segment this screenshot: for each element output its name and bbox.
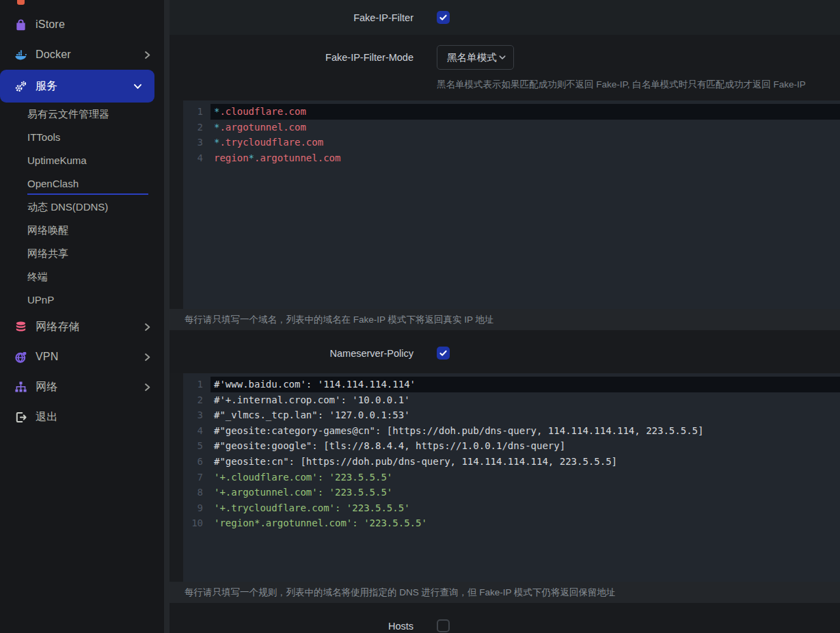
field-row-fake-ip-filter-mode: Fake-IP-Filter-Mode 黑名单模式 黑名单模式表示如果匹配成功则… — [170, 35, 840, 100]
fake-ip-filter-mode-label: Fake-IP-Filter-Mode — [170, 45, 414, 100]
fake-ip-filter-mode-select[interactable]: 黑名单模式 — [437, 45, 514, 70]
sidebar-subitem-upnp[interactable]: UPnP — [0, 288, 164, 312]
line-content: region*.argotunnel.com — [211, 150, 840, 166]
sidebar: iStoreDocker服务易有云文件管理器ITToolsUptimeKumaO… — [0, 0, 164, 633]
chevron-right-icon — [143, 383, 152, 392]
fake-ip-filter-code-editor[interactable]: 1*.cloudflare.com2*.argotunnel.com3*.try… — [183, 100, 840, 309]
line-content: *.argotunnel.com — [211, 120, 840, 135]
docker-whale-icon — [14, 48, 27, 62]
fake-ip-filter-editor-row: 1*.cloudflare.com2*.argotunnel.com3*.try… — [170, 100, 840, 309]
sidebar-subitem-label: UptimeKuma — [27, 154, 164, 167]
sidebar-item-vpn[interactable]: VPN — [0, 342, 164, 372]
line-content: #"geosite:google": [tls://8.8.4.4, https… — [211, 438, 840, 454]
main-content: Fake-IP-Filter Fake-IP-Filter-Mode 黑名单模式… — [170, 0, 840, 633]
hosts-checkbox[interactable] — [437, 619, 450, 632]
database-icon — [14, 320, 27, 334]
line-number: 6 — [183, 454, 211, 470]
line-content: '+.argotunnel.com': '223.5.5.5' — [211, 485, 840, 500]
line-content: *.trycloudflare.com — [211, 135, 840, 150]
fake-ip-filter-checkbox[interactable] — [437, 11, 450, 24]
partial-red-icon — [17, 0, 25, 5]
sidebar-subitem-label: 终端 — [27, 271, 164, 283]
sidebar-subitem-label: UPnP — [27, 294, 164, 306]
line-content: 'region*.argotunnel.com': '223.5.5.5' — [211, 515, 840, 531]
sidebar-subitem-label: 动态 DNS(DDNS) — [27, 201, 164, 213]
shopping-bag-icon — [14, 18, 27, 31]
sidebar-item-label: Docker — [36, 49, 143, 61]
line-number: 3 — [183, 407, 211, 423]
editor-line-1: 1*.cloudflare.com — [183, 104, 840, 120]
nameserver-policy-checkbox[interactable] — [437, 347, 450, 360]
sidebar-item-istore[interactable]: iStore — [0, 10, 164, 40]
line-number: 5 — [183, 438, 211, 454]
line-content: #'+.internal.crop.com': '10.0.0.1' — [211, 392, 840, 408]
editor-line-3: 3#"_vlmcs._tcp.lan": '127.0.0.1:53' — [183, 407, 840, 423]
nameserver-policy-help: 每行请只填写一个规则，列表中的域名将使用指定的 DNS 进行查询，但 Fake-… — [170, 582, 840, 603]
sidebar-item-label: 网络 — [36, 380, 143, 394]
sidebar-subitem-uptimekuma[interactable]: UptimeKuma — [0, 149, 164, 172]
line-number: 10 — [183, 515, 211, 531]
sidebar-item-label: VPN — [36, 351, 143, 363]
editor-line-4: 4#"geosite:category-games@cn": [https://… — [183, 423, 840, 439]
sidebar-subitem-wol[interactable]: 网络唤醒 — [0, 219, 164, 242]
sidebar-subitem-label: ITTools — [27, 131, 164, 144]
line-number: 3 — [183, 135, 211, 150]
line-content: '+.trycloudflare.com': '223.5.5.5' — [211, 500, 840, 516]
editor-line-9: 9'+.trycloudflare.com': '223.5.5.5' — [183, 500, 840, 516]
nameserver-policy-editor-row: 1#'www.baidu.com': '114.114.114.114'2#'+… — [170, 373, 840, 582]
editor-line-8: 8'+.argotunnel.com': '223.5.5.5' — [183, 485, 840, 500]
editor-line-3: 3*.trycloudflare.com — [183, 135, 840, 150]
line-number: 2 — [183, 392, 211, 408]
chevron-down-icon — [498, 53, 506, 62]
sidebar-scrollbar[interactable] — [164, 0, 170, 633]
sidebar-menu: iStoreDocker服务易有云文件管理器ITToolsUptimeKumaO… — [0, 0, 164, 432]
fake-ip-filter-help: 每行请只填写一个域名，列表中的域名在 Fake-IP 模式下将返回真实 IP 地… — [170, 309, 840, 330]
chevron-down-icon — [133, 82, 142, 91]
sidebar-subitem-netshare[interactable]: 网络共享 — [0, 242, 164, 265]
editor-line-1: 1#'www.baidu.com': '114.114.114.114' — [183, 377, 840, 392]
nameserver-policy-code-editor[interactable]: 1#'www.baidu.com': '114.114.114.114'2#'+… — [183, 373, 840, 582]
app-window: iStoreDocker服务易有云文件管理器ITToolsUptimeKumaO… — [0, 0, 840, 633]
line-content: #"_vlmcs._tcp.lan": '127.0.0.1:53' — [211, 407, 840, 423]
sidebar-subitem-label: 易有云文件管理器 — [27, 108, 164, 120]
sidebar-subitem-ittools[interactable]: ITTools — [0, 126, 164, 149]
sidebar-subitem-ddns[interactable]: 动态 DNS(DDNS) — [0, 196, 164, 219]
logout-icon — [14, 410, 27, 424]
chevron-right-icon — [143, 51, 152, 59]
fake-ip-filter-label: Fake-IP-Filter — [170, 11, 414, 35]
sidebar-subitem-terminal[interactable]: 终端 — [0, 265, 164, 288]
line-number: 1 — [183, 104, 211, 120]
sidebar-item-label: iStore — [36, 18, 152, 31]
editor-line-4: 4region*.argotunnel.com — [183, 150, 840, 166]
line-number: 8 — [183, 485, 211, 500]
editor-line-2: 2*.argotunnel.com — [183, 120, 840, 135]
active-item-underline — [27, 193, 148, 195]
line-number: 1 — [183, 377, 211, 392]
line-number: 4 — [183, 423, 211, 439]
sidebar-item-logout[interactable]: 退出 — [0, 402, 164, 432]
sidebar-subitem-openclash[interactable]: OpenClash — [0, 172, 164, 196]
line-content: #"geosite:category-games@cn": [https://d… — [211, 423, 840, 439]
sidebar-item-services[interactable]: 服务 — [0, 70, 154, 103]
select-value: 黑名单模式 — [447, 51, 498, 64]
chevron-right-icon — [143, 323, 152, 332]
line-number: 2 — [183, 120, 211, 135]
line-number: 7 — [183, 470, 211, 485]
check-icon — [439, 349, 448, 358]
sidebar-item-network[interactable]: 网络 — [0, 372, 164, 402]
sidebar-subitem-yiyoucloud[interactable]: 易有云文件管理器 — [0, 103, 164, 126]
sitemap-icon — [14, 380, 27, 394]
editor-line-7: 7'+.cloudflare.com': '223.5.5.5' — [183, 470, 840, 485]
field-row-nameserver-policy: Nameserver-Policy — [170, 330, 840, 373]
sidebar-subitem-label: 网络共享 — [27, 247, 164, 260]
sidebar-item-label: 退出 — [36, 410, 152, 425]
field-row-fake-ip-filter: Fake-IP-Filter — [170, 0, 840, 35]
sidebar-item-docker[interactable]: Docker — [0, 40, 164, 70]
hosts-label: Hosts — [170, 619, 414, 632]
sidebar-subitem-label: 网络唤醒 — [27, 224, 164, 237]
fake-ip-filter-mode-description: 黑名单模式表示如果匹配成功则不返回 Fake-IP, 白名单模式时只有匹配成功才… — [437, 79, 840, 91]
chevron-right-icon — [143, 353, 152, 362]
nameserver-policy-label: Nameserver-Policy — [170, 347, 414, 373]
editor-line-5: 5#"geosite:google": [tls://8.8.4.4, http… — [183, 438, 840, 454]
sidebar-item-nas[interactable]: 网络存储 — [0, 312, 164, 342]
